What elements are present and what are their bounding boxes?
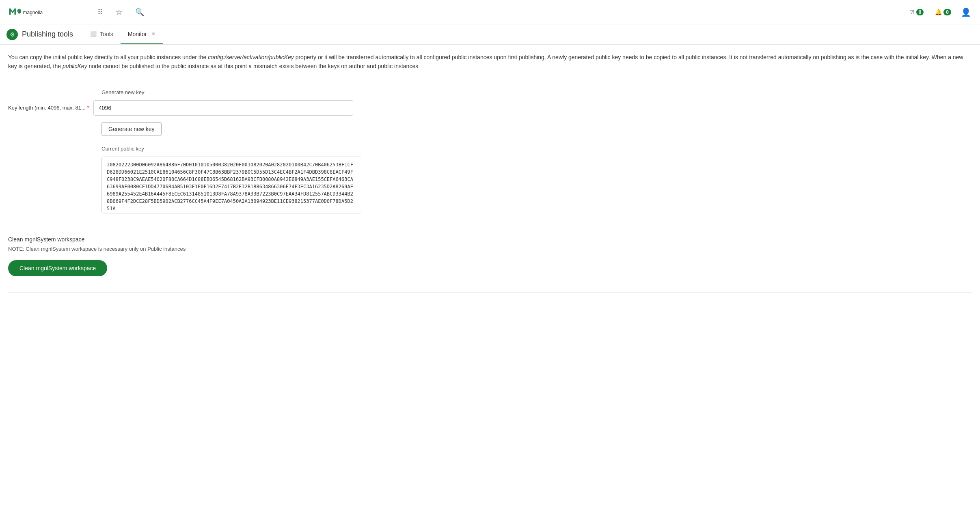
user-button[interactable]: 👤 xyxy=(958,5,974,19)
notifications-button[interactable]: 🔔 0 xyxy=(931,6,955,18)
key-length-label-text: Key length (min. 4096, max. 81... xyxy=(8,105,86,111)
app-bar: ⚙ Publishing tools ⬜ Tools Monitor ✕ xyxy=(0,24,980,45)
clean-section: Clean mgnlSystem workspace NOTE: Clean m… xyxy=(8,236,972,276)
app-title: Publishing tools xyxy=(22,30,73,39)
logo-area: magnolia xyxy=(6,6,88,19)
user-icon: 👤 xyxy=(961,7,971,17)
tasks-button[interactable]: ☑ 0 xyxy=(905,6,928,18)
key-length-input[interactable] xyxy=(93,100,353,116)
notifications-count: 0 xyxy=(943,9,951,15)
description-italic1: config:/server/activation/publicKey xyxy=(208,54,294,60)
tabs-container: ⬜ Tools Monitor ✕ xyxy=(83,24,163,44)
generate-section-label: Generate new key xyxy=(8,89,972,95)
clean-button-label: Clean mgnlSystem workspace xyxy=(19,265,96,271)
description-italic2: publicKey xyxy=(63,63,87,69)
search-icon: 🔍 xyxy=(135,8,144,17)
current-key-label: Current public key xyxy=(8,146,972,152)
key-length-label: Key length (min. 4096, max. 81... * xyxy=(8,105,93,111)
tab-close-icon[interactable]: ✕ xyxy=(151,32,155,37)
generate-new-key-button[interactable]: Generate new key xyxy=(101,122,162,136)
app-icon: ⚙ xyxy=(6,29,18,40)
required-indicator: * xyxy=(87,105,89,111)
tasks-icon: ☑ xyxy=(909,9,915,15)
search-button[interactable]: 🔍 xyxy=(132,4,147,20)
magnolia-logo: magnolia xyxy=(6,6,55,19)
current-public-key-display[interactable]: 30820222300D06092A864886F70D010101050003… xyxy=(101,157,361,213)
description-text: You can copy the initial public key dire… xyxy=(8,53,972,71)
publishing-tools-icon: ⚙ xyxy=(10,31,15,38)
grid-button[interactable]: ⠿ xyxy=(94,4,106,20)
section-divider-2 xyxy=(8,223,972,223)
star-button[interactable]: ☆ xyxy=(112,4,125,20)
tab-tools[interactable]: ⬜ Tools xyxy=(83,24,121,44)
tab-monitor-label: Monitor xyxy=(128,31,147,37)
svg-text:magnolia: magnolia xyxy=(23,9,43,15)
clean-section-title: Clean mgnlSystem workspace xyxy=(8,236,972,243)
clean-workspace-button[interactable]: Clean mgnlSystem workspace xyxy=(8,260,107,276)
generate-button-label: Generate new key xyxy=(108,126,155,132)
key-length-row: Key length (min. 4096, max. 81... * xyxy=(8,100,972,116)
tab-monitor[interactable]: Monitor ✕ xyxy=(121,24,163,44)
clean-section-note: NOTE: Clean mgnlSystem workspace is nece… xyxy=(8,246,972,252)
main-content: You can copy the initial public key dire… xyxy=(0,45,980,301)
bell-icon: 🔔 xyxy=(935,9,942,15)
window-icon: ⬜ xyxy=(90,31,97,37)
app-title-area: ⚙ Publishing tools xyxy=(6,29,83,40)
tab-tools-label: Tools xyxy=(100,31,113,37)
grid-icon: ⠿ xyxy=(97,8,103,17)
section-divider-1 xyxy=(8,81,972,81)
tasks-count: 0 xyxy=(916,9,924,15)
key-display-wrapper: 30820222300D06092A864886F70D010101050003… xyxy=(101,157,361,215)
star-icon: ☆ xyxy=(116,8,122,17)
bottom-divider xyxy=(8,293,972,293)
main-header: magnolia ⠿ ☆ 🔍 ☑ 0 🔔 0 👤 xyxy=(0,0,980,24)
header-right: ☑ 0 🔔 0 👤 xyxy=(905,5,974,19)
